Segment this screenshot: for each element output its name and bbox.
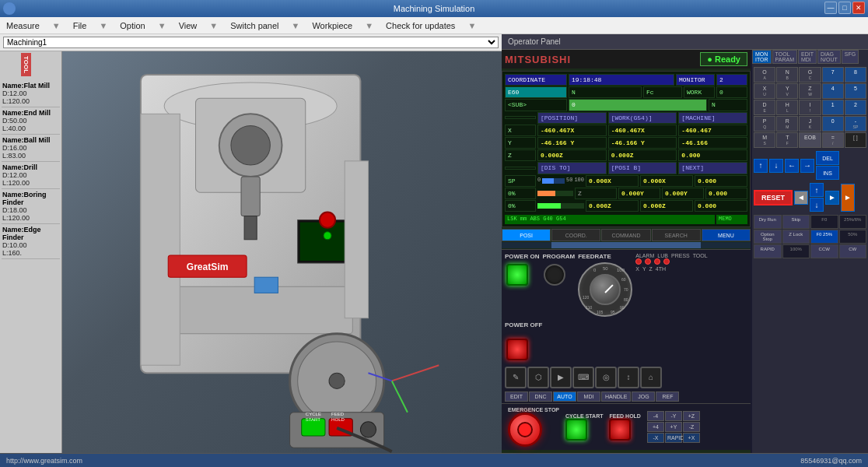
tool-item-5[interactable]: Name:Edge Finder D:10.00 L:160. <box>2 224 60 259</box>
jog-plus-x[interactable]: +X <box>683 433 700 443</box>
menu-switch-panel[interactable]: Switch panel <box>227 19 282 32</box>
key-o[interactable]: OA <box>754 67 775 83</box>
key-8[interactable]: 8 <box>845 67 866 83</box>
func-btn-posi[interactable]: POSI <box>502 229 551 241</box>
page-left[interactable]: ◄ <box>794 191 808 205</box>
opt-z-lock[interactable]: Z Lock <box>782 230 810 244</box>
emergency-stop-button[interactable] <box>508 413 542 447</box>
reset-button[interactable]: RESET <box>754 190 793 205</box>
tool-item-2[interactable]: Name:Ball Mill D:16.00 L:83.00 <box>2 135 60 162</box>
key-j[interactable]: JK <box>799 116 821 132</box>
kpad-tab-tool[interactable]: TOOLPARAM <box>772 50 797 64</box>
key-r[interactable]: RM <box>776 116 798 132</box>
edit-mode-btn[interactable]: EDIT <box>505 392 528 402</box>
key-x[interactable]: XU <box>754 83 775 99</box>
nav-up[interactable]: ↑ <box>754 159 768 173</box>
menu-check-updates[interactable]: Check for updates <box>383 19 458 32</box>
key-p[interactable]: PQ <box>754 116 775 132</box>
key-i[interactable]: I! <box>799 100 821 115</box>
kpad-tab-edit[interactable]: EDITMDI <box>798 50 817 64</box>
func-btn-menu[interactable]: MENU <box>702 229 751 241</box>
jog-minus-z[interactable]: -Z <box>683 422 700 432</box>
kpad-tab-monitor[interactable]: MONITOR <box>752 50 772 64</box>
tool-item-3[interactable]: Name:Drill D:12.00 L:120.00 <box>2 162 60 189</box>
feedrate-knob[interactable]: 0 50 100 60 70 80 90 95 105 110 <box>578 262 632 317</box>
key-eq[interactable]: =/ <box>822 132 844 148</box>
del-button[interactable]: DEL <box>816 151 839 165</box>
jog-minus-x[interactable]: -X <box>647 433 664 443</box>
jog-mode-btn[interactable]: JOG <box>632 392 655 402</box>
orange-nav[interactable]: ► <box>841 184 855 212</box>
auto-mode-btn[interactable]: AUTO <box>553 392 576 402</box>
auto-icon-btn[interactable]: ▶ <box>550 367 572 388</box>
jog-minus-y[interactable]: -Y <box>665 411 682 421</box>
opt-option-stop[interactable]: Option Stop <box>754 230 782 244</box>
nav-left[interactable]: ← <box>785 159 799 173</box>
key-g[interactable]: GC <box>799 67 821 83</box>
key-h[interactable]: HL <box>776 100 798 115</box>
cw-btn[interactable]: CW <box>839 244 867 258</box>
key-5[interactable]: 5 <box>845 83 866 99</box>
func-btn-search[interactable]: SEARCH <box>652 229 701 241</box>
page-up[interactable]: ↑ <box>810 183 824 197</box>
key-1[interactable]: 1 <box>822 100 844 115</box>
mdi-mode-btn[interactable]: MDI <box>577 392 600 402</box>
menu-file[interactable]: File <box>70 19 90 32</box>
feed-hold-button[interactable] <box>609 419 631 441</box>
key-t[interactable]: TF <box>776 132 798 148</box>
jog-plus-z[interactable]: +Z <box>683 411 700 421</box>
feed-f0-2[interactable]: F0 25% <box>810 230 838 244</box>
key-0[interactable]: 0 <box>822 116 844 132</box>
machine-selector[interactable]: Machining1 <box>3 37 499 48</box>
feed-50pct[interactable]: 50% <box>839 230 867 244</box>
func-btn-coord[interactable]: COORD. <box>551 229 600 241</box>
page-down[interactable]: ↓ <box>810 198 824 212</box>
minimize-button[interactable]: — <box>824 2 837 14</box>
tool-item-4[interactable]: Name:Boring Finder D:18.00 L:120.00 <box>2 189 60 224</box>
key-y[interactable]: YV <box>776 83 798 99</box>
program-key[interactable] <box>544 264 565 286</box>
key-4[interactable]: 4 <box>822 83 844 99</box>
ref-icon-btn[interactable]: ⌂ <box>640 367 662 388</box>
maximize-button[interactable]: □ <box>838 2 851 14</box>
opt-skip[interactable]: Skip <box>782 215 810 229</box>
key-n[interactable]: NB <box>776 67 798 83</box>
power-off-button[interactable] <box>506 339 528 360</box>
handle-mode-btn[interactable]: HANDLE <box>601 392 631 402</box>
key-z[interactable]: ZW <box>799 83 821 99</box>
power-on-button[interactable] <box>506 264 528 286</box>
page-right[interactable]: ► <box>825 191 839 205</box>
key-7[interactable]: 7 <box>822 67 844 83</box>
jog-plus-y[interactable]: +Y <box>665 422 682 432</box>
key-minus[interactable]: -SP <box>845 116 866 132</box>
cnc-scrollbar[interactable] <box>502 242 751 248</box>
jog-icon-btn[interactable]: ↕ <box>618 367 639 388</box>
jog-minus4[interactable]: -4 <box>647 411 664 421</box>
ccw-btn[interactable]: CCW <box>810 244 838 258</box>
dnc-icon-btn[interactable]: ⬡ <box>527 367 549 388</box>
menu-view[interactable]: View <box>176 19 201 32</box>
tool-item-1[interactable]: Name:End Mill D:50.00 L:40.00 <box>2 107 60 135</box>
ins-button[interactable]: INS <box>816 166 839 180</box>
jog-rapid[interactable]: RAPID <box>665 433 682 443</box>
feed-100pct[interactable]: 100% <box>782 244 810 258</box>
edit-icon-btn[interactable]: ✎ <box>505 367 527 388</box>
rapid-btn[interactable]: RAPID <box>754 244 782 258</box>
nav-right[interactable]: → <box>800 159 814 173</box>
ref-mode-btn[interactable]: REF <box>656 392 679 402</box>
opt-dry-run[interactable]: Dry Run <box>754 215 782 229</box>
feed-f0[interactable]: F0 <box>810 215 838 229</box>
close-button[interactable]: ✕ <box>852 2 865 14</box>
key-bracket[interactable]: [ ] <box>845 132 866 148</box>
func-btn-command[interactable]: COMMAND <box>601 229 650 241</box>
menu-option[interactable]: Option <box>117 19 148 32</box>
kpad-tab-diag[interactable]: DIAGN/OUT <box>817 50 841 64</box>
key-d[interactable]: DE <box>754 100 775 115</box>
mdi-icon-btn[interactable]: ⌨ <box>572 367 594 388</box>
tool-item-0[interactable]: Name:Flat Mill D:12.00 L:120.00 <box>2 80 60 107</box>
feed-pct25[interactable]: 25%/6% <box>839 215 867 229</box>
key-m[interactable]: MS <box>754 132 775 148</box>
dnc-mode-btn[interactable]: DNC <box>529 392 552 402</box>
menu-workpiece[interactable]: Workpiece <box>309 19 355 32</box>
handle-icon-btn[interactable]: ◎ <box>595 367 617 388</box>
